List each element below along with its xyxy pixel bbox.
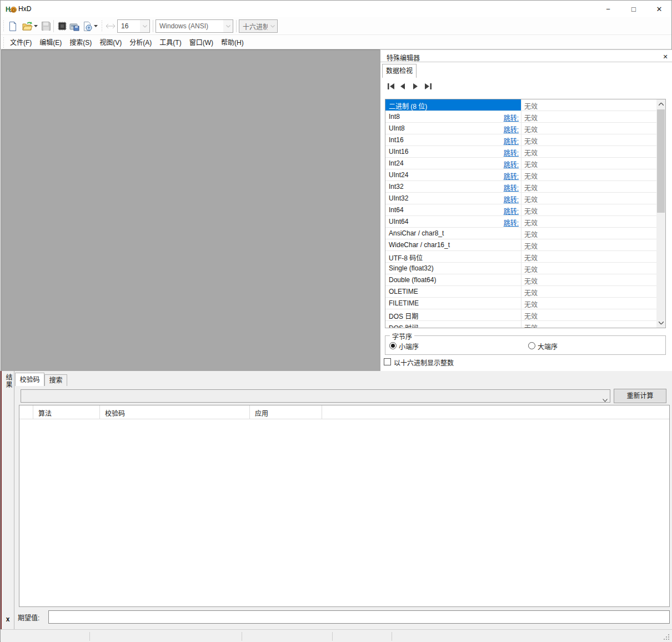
offset-base-combo[interactable]: 十六进制	[239, 19, 278, 33]
new-file-icon[interactable]	[7, 20, 19, 32]
hex-display-label[interactable]: 以十六进制显示整数	[394, 358, 454, 367]
jump-link[interactable]: 跳转:	[504, 124, 519, 134]
jump-link[interactable]: 跳转:	[504, 183, 519, 192]
big-endian-radio[interactable]	[528, 342, 535, 349]
inspector-row[interactable]: AnsiChar / char8_t 无效	[385, 228, 656, 239]
menu-item-6[interactable]: 窗口(W)	[185, 34, 217, 49]
offset-base-value: 十六进制	[239, 22, 268, 31]
jump-link[interactable]: 跳转:	[504, 148, 519, 157]
jump-link[interactable]: 跳转:	[504, 194, 519, 204]
byte-order-label: 字节序	[390, 332, 414, 341]
inspector-row[interactable]: Int32 跳转: 无效	[385, 181, 656, 193]
results-panel: 结果 x 校验码 搜索 重新计算 算法 校验码 应用 期望值:	[1, 371, 672, 629]
type-name: Int16	[389, 136, 404, 144]
minimize-button[interactable]: −	[595, 1, 621, 17]
maximize-button[interactable]: □	[621, 1, 646, 17]
menu-item-2[interactable]: 搜索(S)	[66, 34, 96, 49]
inspector-row[interactable]: Double (float64) 无效	[385, 274, 656, 286]
jump-link[interactable]: 跳转:	[504, 136, 519, 146]
menu-item-1[interactable]: 编辑(E)	[36, 34, 66, 49]
panel-close-icon[interactable]: ✕	[661, 52, 670, 61]
nav-first-icon[interactable]	[387, 83, 395, 90]
inspector-row[interactable]: Int16 跳转: 无效	[385, 134, 656, 146]
open-file-icon[interactable]	[21, 20, 33, 32]
inspector-row[interactable]: UInt8 跳转: 无效	[385, 123, 656, 134]
type-value: 无效	[524, 194, 538, 204]
column-apply[interactable]: 应用	[255, 408, 268, 418]
jump-link[interactable]: 跳转:	[504, 159, 519, 169]
scroll-up-icon[interactable]	[656, 99, 665, 109]
inspector-row[interactable]: Int64 跳转: 无效	[385, 204, 656, 216]
tab-data-inspector[interactable]: 数据检视	[382, 64, 417, 78]
type-name: UInt8	[389, 124, 405, 132]
menu-item-3[interactable]: 视图(V)	[96, 34, 126, 49]
nav-next-icon[interactable]	[413, 83, 420, 90]
scrollbar[interactable]	[656, 99, 665, 328]
jump-link[interactable]: 跳转:	[504, 171, 519, 180]
open-ram-icon[interactable]	[56, 20, 68, 32]
encoding-combo[interactable]: Windows (ANSI)	[156, 19, 233, 33]
status-divider	[242, 632, 242, 641]
big-endian-label[interactable]: 大端序	[538, 342, 558, 351]
type-name: 二进制 (8 位)	[389, 101, 427, 111]
inspector-row[interactable]: Int8 跳转: 无效	[385, 111, 656, 123]
chevron-down-icon[interactable]	[140, 20, 149, 32]
type-value: 无效	[524, 311, 538, 320]
inspector-row[interactable]: DOS 日期 无效	[385, 309, 656, 321]
tab-search[interactable]: 搜索	[44, 374, 67, 386]
inspector-row[interactable]: DOS 时间 无效	[385, 321, 656, 328]
scroll-down-icon[interactable]	[656, 318, 665, 328]
nav-last-icon[interactable]	[424, 83, 432, 90]
side-strip-divider	[14, 371, 14, 629]
menu-item-4[interactable]: 分析(A)	[126, 34, 156, 49]
byte-order-group	[385, 335, 666, 355]
inspector-row[interactable]: Single (float32) 无效	[385, 263, 656, 274]
inspector-row[interactable]: FILETIME 无效	[385, 298, 656, 309]
inspector-row[interactable]: Int24 跳转: 无效	[385, 158, 656, 169]
header-divider	[322, 405, 322, 419]
inspector-row[interactable]: UInt16 跳转: 无效	[385, 146, 656, 158]
menu-item-7[interactable]: 帮助(H)	[217, 34, 248, 49]
toolbar-separator-2	[153, 20, 153, 32]
inspector-row[interactable]: WideChar / char16_t 无效	[385, 239, 656, 251]
side-tab-results[interactable]: 结果	[4, 374, 13, 388]
little-endian-label[interactable]: 小端序	[399, 342, 419, 351]
chevron-down-icon[interactable]	[268, 20, 277, 32]
inspector-row[interactable]: OLETIME 无效	[385, 286, 656, 298]
bytes-per-row-combo[interactable]: 16	[117, 19, 150, 33]
hex-display-checkbox[interactable]	[384, 358, 391, 365]
menu-item-5[interactable]: 工具(T)	[156, 34, 185, 49]
jump-link[interactable]: 跳转:	[504, 206, 519, 215]
export-icon[interactable]	[82, 20, 94, 32]
tab-checksum[interactable]: 校验码	[15, 373, 44, 386]
expected-value-input[interactable]	[48, 610, 670, 624]
recalculate-button[interactable]: 重新计算	[614, 389, 666, 403]
open-disk-icon[interactable]	[68, 20, 81, 32]
checksum-combo[interactable]	[21, 389, 610, 403]
inspector-row[interactable]: UInt24 跳转: 无效	[385, 169, 656, 181]
jump-link[interactable]: 跳转:	[504, 113, 519, 122]
inspector-row[interactable]: UTF-8 码位 无效	[385, 251, 656, 263]
type-value: 无效	[524, 113, 538, 122]
menu-item-0[interactable]: 文件(F)	[6, 34, 36, 49]
scrollbar-thumb[interactable]	[657, 109, 665, 213]
little-endian-radio[interactable]	[389, 342, 397, 349]
close-button[interactable]: ✕	[646, 1, 672, 17]
jump-link[interactable]: 跳转:	[504, 218, 519, 227]
column-algorithm[interactable]: 算法	[38, 408, 52, 418]
nav-prev-icon[interactable]	[400, 83, 408, 90]
panel-close-button[interactable]: x	[4, 615, 12, 623]
toolbar-gripper	[3, 20, 5, 32]
open-dropdown-caret[interactable]	[33, 20, 39, 32]
inspector-row[interactable]: UInt64 跳转: 无效	[385, 216, 656, 228]
toolbar-separator	[53, 20, 54, 32]
chevron-down-icon[interactable]	[223, 20, 233, 32]
type-value: 无效	[524, 148, 538, 157]
hxd-window: H x D HxD − □ ✕	[0, 0, 672, 642]
export-dropdown-caret[interactable]	[93, 20, 99, 32]
inspector-row[interactable]: 二进制 (8 位) 无效	[385, 99, 656, 111]
inspector-row[interactable]: UInt32 跳转: 无效	[385, 193, 656, 204]
toolbar: 16 Windows (ANSI) 十六进制	[1, 17, 671, 34]
column-checksum[interactable]: 校验码	[105, 408, 125, 418]
status-divider	[89, 632, 90, 641]
